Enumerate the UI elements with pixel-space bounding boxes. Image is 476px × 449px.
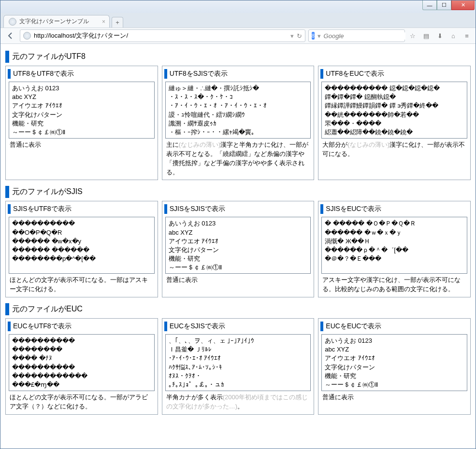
card: EUCをEUCで表示 あいうえお 0123 abc XYZ アイウエオ ｱｲｳｴ…: [318, 318, 471, 415]
home-icon[interactable]: ⌂: [448, 31, 458, 41]
card-note: ほとんどの文字が表示不可になる。一部はアスキー文字に化ける。: [10, 276, 154, 294]
sample-box[interactable]: あいうえお 0123 abc XYZ アイウエオ ｱｲｳｴｵ 文字化けパターン …: [165, 217, 311, 274]
search-box[interactable]: 8 ▾: [308, 29, 405, 42]
card-title: UTF8をUTF8で表示: [8, 69, 156, 79]
google-icon: 8: [312, 32, 315, 40]
bookmark-star-icon[interactable]: ☆: [408, 31, 418, 41]
card: SJISをEUCで表示 � ����� �Ｏ�Ｐ�Ｑ�Ｒ ������ �ｗ�ｘ…: [318, 201, 471, 297]
card-note: 普通に表示: [322, 393, 466, 402]
menu-icon[interactable]: ≡: [462, 31, 472, 41]
card-title: EUCをSJISで表示: [164, 322, 312, 331]
sample-box[interactable]: 、｢、､、ヲ、ィ、ェ ｣ｰ｣ｱ｣ｲ｣ｳ Ｉ昌釜� Ｊﾘﾙﾚ ･ｱ･ｲ･ｳ･ｴ･ｵ…: [165, 334, 311, 391]
window-controls: — ☐ ✕: [422, 0, 475, 10]
browser-window: — ☐ ✕ 文字化けパターンサンプル × + ▾ ↻ 8 ▾ ☆ ▤: [0, 0, 476, 449]
card-note: ほとんどの文字が表示不可になる。一部がアラビア文字（？）などに化ける。: [10, 393, 154, 411]
tab-close-icon[interactable]: ×: [102, 18, 105, 25]
close-button[interactable]: ✕: [451, 0, 475, 10]
section-grid: UTF8をUTF8で表示 あいうえお 0123 abc XYZ アイウエオ ｱｲ…: [5, 66, 471, 180]
card: SJISをSJISで表示 あいうえお 0123 abc XYZ アイウエオ ｱｲ…: [162, 201, 315, 297]
reader-icon[interactable]: ▤: [421, 31, 431, 41]
card: UTF8をSJISで表示 縺ゅ＞縺・∴縺�・撰ｼ託ｼ抵ｼ� ・ｽ・ｽ・ｽ�・ｸ・…: [162, 66, 315, 180]
site-identity-icon: [23, 32, 31, 40]
favicon-icon: [9, 18, 16, 26]
card-note: 普通に表示: [166, 276, 310, 285]
card: UTF8をUTF8で表示 あいうえお 0123 abc XYZ アイウエオ ｱｲ…: [5, 66, 158, 180]
url-input[interactable]: [34, 32, 288, 40]
sample-box[interactable]: � ����� �Ｏ�Ｐ�Ｑ�Ｒ ������ �ｗ�ｘ�ｙ 渦慨� Ж��Ｈ …: [321, 217, 467, 274]
tab-strip: 文字化けパターンサンプル × +: [0, 13, 476, 28]
browser-tab[interactable]: 文字化けパターンサンプル ×: [3, 15, 110, 28]
back-button[interactable]: [4, 29, 17, 42]
reload-button[interactable]: ↻: [297, 32, 302, 40]
sample-box[interactable]: ���������� �������� ���� �ﾅﾇ ���������� …: [9, 334, 155, 391]
tab-title: 文字化けパターンサンプル: [19, 17, 89, 26]
card-note: 主に(なじみの薄い)漢字と半角カナに化け、一部が表示不可となる。「繞繧繝繧」など…: [166, 140, 310, 177]
window-titlebar: — ☐ ✕: [0, 0, 476, 13]
sample-box[interactable]: あいうえお 0123 abc XYZ アイウエオ ｱｲｳｴｵ 文字化けパターン …: [9, 82, 155, 139]
address-bar[interactable]: ▾ ↻: [20, 29, 305, 42]
card-title: EUCをUTF8で表示: [8, 322, 156, 331]
card-title: UTF8をEUCで表示: [320, 69, 468, 79]
maximize-button[interactable]: ☐: [437, 0, 451, 10]
card-note: 普通に表示: [10, 140, 154, 150]
minimize-button[interactable]: —: [422, 0, 437, 10]
card-note: 半角カナが多く表示(2000年初め頃まではこの感じの文字化けが多かった…)。: [166, 393, 310, 411]
search-dropdown-icon[interactable]: ▾: [317, 32, 321, 40]
card: EUCをSJISで表示 、｢、､、ヲ、ィ、ェ ｣ｰ｣ｱ｣ｲ｣ｳ Ｉ昌釜� Ｊﾘﾙ…: [162, 318, 315, 415]
card: EUCをUTF8で表示 ���������� �������� ���� �ﾅﾇ…: [5, 318, 158, 415]
card: SJISをUTF8で表示 ���������� ��O�P�Q�R ������…: [5, 201, 158, 297]
card-note: 大部分が(なじみの薄い)漢字に化け、一部が表示不可になる。: [322, 140, 466, 159]
toolbar-right: ☆ ▤ ⬇ ⌂ ≡: [408, 31, 472, 41]
section-title: 元のファイルがUTF8: [5, 51, 471, 63]
card-title: SJISをEUCで表示: [320, 204, 468, 214]
card-title: UTF8をSJISで表示: [164, 69, 312, 79]
card: UTF8をEUCで表示 ���������� 鐚�鐚�鐚�鐚� 鐔�鐔�鐔� 鐚…: [318, 66, 471, 180]
card-title: SJISをUTF8で表示: [8, 204, 156, 214]
sample-box[interactable]: ���������� 鐚�鐚�鐚�鐚� 鐔�鐔�鐔� 鐚醐執鐚� 鐔縁鐔譁鐔鰻鐔…: [321, 82, 467, 139]
downloads-icon[interactable]: ⬇: [435, 31, 445, 41]
section-grid: SJISをUTF8で表示 ���������� ��O�P�Q�R ������…: [5, 201, 471, 297]
back-icon: [7, 32, 14, 40]
section-grid: EUCをUTF8で表示 ���������� �������� ���� �ﾅﾇ…: [5, 318, 471, 415]
section-title: 元のファイルがSJIS: [5, 186, 471, 198]
dropdown-icon[interactable]: ▾: [290, 32, 294, 40]
search-input[interactable]: [324, 32, 405, 40]
sample-box[interactable]: 縺ゅ＞縺・∴縺�・撰ｼ託ｼ抵ｼ� ・ｽ・ｽ・ｽ�・ｸ・ｹ・ｺ ・ｱ・ｲ・ｳ・ｴ・…: [165, 82, 311, 139]
nav-toolbar: ▾ ↻ 8 ▾ ☆ ▤ ⬇ ⌂ ≡: [0, 28, 476, 44]
sample-box[interactable]: あいうえお 0123 abc XYZ アイウエオ ｱｲｳｴｵ 文字化けパターン …: [321, 334, 467, 391]
card-note: アスキー文字や漢字に化け、一部が表示不可になる。比較的なじみのある範囲の文字に化…: [322, 276, 466, 294]
card-title: SJISをSJISで表示: [164, 204, 312, 214]
section-title: 元のファイルがEUC: [5, 303, 471, 315]
page-viewport: 元のファイルがUTF8 UTF8をUTF8で表示 あいうえお 0123 abc …: [0, 44, 476, 449]
sample-box[interactable]: ���������� ��O�P�Q�R ������ �w�x�y �����…: [9, 217, 155, 274]
new-tab-button[interactable]: +: [112, 17, 123, 28]
card-title: EUCをEUCで表示: [320, 322, 468, 331]
